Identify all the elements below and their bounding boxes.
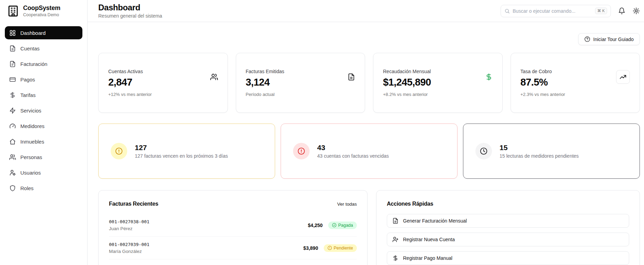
gauge-icon xyxy=(9,123,16,129)
invoice-list: 001-0027038-001 Juan Pérez $4,250 Pagada xyxy=(109,214,357,259)
sidebar-item-label: Usuarios xyxy=(20,170,41,176)
app-root: CoopSystem Cooperativa Demo Dashboard Cu… xyxy=(0,0,644,265)
sidebar-item[interactable]: Personas xyxy=(5,150,82,164)
shield-icon xyxy=(9,185,16,192)
stat-label: Facturas Emitidas xyxy=(246,69,284,74)
sidebar-item[interactable]: Dashboard xyxy=(5,26,82,39)
recent-invoices-panel: Facturas Recientes Ver todas 001-0027038… xyxy=(98,190,368,265)
command-search[interactable]: ⌘ K xyxy=(501,5,611,17)
users-icon xyxy=(9,154,16,160)
stat-card: Tasa de Cobro 87.5% +2.3% vs mes anterio… xyxy=(511,53,640,113)
quick-action-button[interactable]: Registrar Nueva Cuenta xyxy=(387,233,629,246)
status-badge: Pagada xyxy=(328,222,357,229)
alert-circle-icon xyxy=(328,246,332,250)
status-label: Pendiente xyxy=(334,246,353,251)
invoice-id: 001-0027038-001 xyxy=(109,219,149,224)
invoice-customer: María González xyxy=(109,249,149,254)
brand-name: CoopSystem xyxy=(23,4,60,12)
alert-value: 15 xyxy=(500,144,579,152)
sidebar-nav: Dashboard Cuentas Facturación Pagos xyxy=(0,21,87,200)
quick-actions-panel: Acciones Rápidas Generar Facturación Men… xyxy=(376,190,640,265)
home-icon xyxy=(9,138,16,145)
search-input[interactable] xyxy=(513,8,592,14)
status-badge: Pendiente xyxy=(324,244,357,252)
stats-grid: Cuentas Activas 2,847 +12% vs mes anteri… xyxy=(98,53,640,113)
start-tour-button[interactable]: Iniciar Tour Guiado xyxy=(578,33,640,45)
status-label: Pagada xyxy=(338,223,353,228)
sidebar-item[interactable]: Cuentas xyxy=(5,42,82,55)
quick-action-button[interactable]: Registrar Pago Manual xyxy=(387,251,629,265)
bottom-grid: Facturas Recientes Ver todas 001-0027038… xyxy=(98,190,640,265)
sidebar-item[interactable]: Facturación xyxy=(5,57,82,70)
stat-subtext: +2.3% vs mes anterior xyxy=(521,92,565,97)
quick-actions-header: Acciones Rápidas xyxy=(387,201,629,207)
stat-card: Facturas Emitidas 3,124 Período actual xyxy=(236,53,365,113)
page-title: Dashboard xyxy=(98,3,162,12)
brand: CoopSystem Cooperativa Demo xyxy=(0,0,87,21)
file-text-icon xyxy=(392,218,399,224)
start-tour-label: Iniciar Tour Guiado xyxy=(593,37,634,42)
page-subtitle: Resumen general del sistema xyxy=(98,13,162,19)
recent-invoices-title: Facturas Recientes xyxy=(109,201,158,207)
settings-button[interactable] xyxy=(632,7,640,15)
stat-subtext: Período actual xyxy=(246,92,284,97)
sidebar-item[interactable]: Tarifas xyxy=(5,88,82,101)
stat-label: Recaudación Mensual xyxy=(383,69,431,74)
quick-action-label: Generar Facturación Mensual xyxy=(403,218,467,224)
alert-card: 43 43 cuentas con facturas vencidas xyxy=(281,124,457,179)
alert-text: 127 facturas vencen en los próximos 3 dí… xyxy=(135,153,228,159)
dollar-icon xyxy=(485,73,493,81)
file-text-icon xyxy=(9,45,16,52)
view-all-link[interactable]: Ver todas xyxy=(337,202,357,207)
sidebar-item[interactable]: Medidores xyxy=(5,119,82,132)
stat-value: 87.5% xyxy=(521,77,565,88)
building-icon xyxy=(7,5,19,17)
zap-icon xyxy=(9,107,16,114)
search-icon xyxy=(504,8,510,14)
dollar-icon xyxy=(9,92,16,98)
quick-action-button[interactable]: Generar Facturación Mensual xyxy=(387,214,629,228)
quick-actions-title: Acciones Rápidas xyxy=(387,201,433,207)
sidebar-item[interactable]: Servicios xyxy=(5,104,82,117)
alert-card: 127 127 facturas vencen en los próximos … xyxy=(98,124,275,179)
sidebar-item-label: Tarifas xyxy=(20,92,36,98)
invoice-row: 001-0027038-001 Juan Pérez $4,250 Pagada xyxy=(109,214,357,237)
sidebar: CoopSystem Cooperativa Demo Dashboard Cu… xyxy=(0,0,88,265)
dollar-icon xyxy=(392,255,399,261)
recent-invoices-header: Facturas Recientes Ver todas xyxy=(109,201,357,207)
check-circle-icon xyxy=(332,223,336,227)
trending-up-icon xyxy=(616,70,630,84)
stat-value: $1,245,890 xyxy=(383,77,431,88)
sidebar-item[interactable]: Roles xyxy=(5,181,82,195)
alert-value: 127 xyxy=(135,144,228,152)
stat-card: Recaudación Mensual $1,245,890 +8.2% vs … xyxy=(373,53,503,113)
sidebar-item[interactable]: Inmuebles xyxy=(5,135,82,148)
dashboard-grid-icon xyxy=(9,30,16,36)
alert-card: 15 15 lecturas de medidores pendientes xyxy=(463,124,640,179)
clock-icon xyxy=(475,143,492,159)
sidebar-item-label: Servicios xyxy=(20,108,41,114)
alert-text: 43 cuentas con facturas vencidas xyxy=(317,153,389,159)
stat-card: Cuentas Activas 2,847 +12% vs mes anteri… xyxy=(98,53,228,113)
gear-icon xyxy=(633,7,640,14)
alerts-grid: 127 127 facturas vencen en los próximos … xyxy=(98,124,640,179)
alert-circle-icon xyxy=(293,143,310,159)
notifications-button[interactable] xyxy=(618,7,625,15)
sidebar-item-label: Roles xyxy=(20,185,33,191)
stat-value: 2,847 xyxy=(108,77,152,88)
header-actions: ⌘ K xyxy=(501,5,640,17)
page-header: Dashboard Resumen general del sistema ⌘ … xyxy=(88,0,644,22)
invoice-id: 001-0027039-001 xyxy=(109,242,149,247)
sidebar-item-label: Dashboard xyxy=(20,30,46,36)
file-invoice-icon xyxy=(9,61,16,67)
shortcut-badge: ⌘ K xyxy=(595,8,607,14)
stat-label: Cuentas Activas xyxy=(108,69,152,74)
bell-icon xyxy=(618,7,625,14)
quick-actions-list: Generar Facturación Mensual Registrar Nu… xyxy=(387,214,629,265)
sidebar-item-label: Cuentas xyxy=(20,46,40,51)
sidebar-item[interactable]: Usuarios xyxy=(5,166,82,179)
sidebar-item[interactable]: Pagos xyxy=(5,73,82,86)
invoice-amount: $3,890 xyxy=(303,245,318,251)
sidebar-item-label: Facturación xyxy=(20,61,47,67)
quick-action-label: Registrar Pago Manual xyxy=(403,255,452,261)
